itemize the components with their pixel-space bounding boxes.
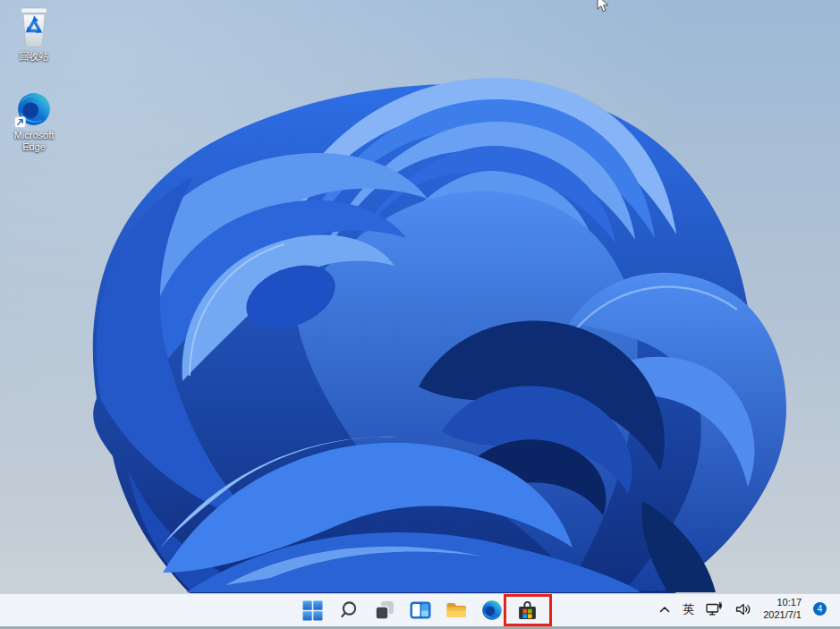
- file-explorer-button[interactable]: [443, 595, 470, 625]
- store-icon: [516, 599, 539, 622]
- desktop-icon-label: Microsoft Edge: [14, 130, 55, 153]
- search-button[interactable]: [335, 595, 362, 625]
- windows-11-desktop: 回收站 Microsoft Edge: [0, 0, 840, 629]
- volume-tray-button[interactable]: [734, 600, 753, 618]
- recycle-bin-icon: [16, 4, 52, 48]
- clock-time: 10:17: [776, 597, 802, 609]
- start-button[interactable]: [300, 595, 327, 625]
- microsoft-store-button[interactable]: [514, 595, 541, 625]
- edge-button[interactable]: [479, 595, 505, 625]
- task-view-icon: [375, 600, 395, 620]
- taskbar: 英 10:17 2021/7/1 4: [0, 593, 840, 629]
- notification-badge[interactable]: 4: [813, 602, 827, 616]
- network-icon: [706, 602, 724, 616]
- wallpaper-bloom: [0, 0, 840, 629]
- shortcut-arrow-icon: [14, 116, 26, 128]
- search-icon: [339, 600, 359, 620]
- chevron-up-icon: [658, 605, 671, 614]
- ime-indicator[interactable]: 英: [681, 601, 696, 616]
- desktop-icon-label: 回收站: [20, 51, 49, 63]
- volume-icon: [735, 602, 751, 616]
- mouse-cursor: [597, 0, 611, 14]
- taskbar-app-buttons: [300, 595, 541, 625]
- taskbar-tray: 英 10:17 2021/7/1 4: [657, 594, 840, 624]
- folder-icon: [445, 601, 467, 619]
- desktop-icon-recycle-bin[interactable]: 回收站: [0, 4, 68, 63]
- widgets-button[interactable]: [407, 595, 434, 625]
- desktop-icon-area: 回收站 Microsoft Edge: [0, 0, 70, 153]
- windows-start-icon: [302, 600, 323, 621]
- edge-icon: [481, 599, 503, 621]
- taskbar-clock[interactable]: 10:17 2021/7/1: [761, 595, 803, 623]
- tray-chevron-button[interactable]: [657, 603, 673, 616]
- desktop-icon-microsoft-edge[interactable]: Microsoft Edge: [0, 91, 68, 153]
- network-tray-button[interactable]: [704, 600, 725, 618]
- widgets-icon: [410, 601, 431, 619]
- clock-date: 2021/7/1: [763, 609, 802, 622]
- task-view-button[interactable]: [371, 595, 398, 625]
